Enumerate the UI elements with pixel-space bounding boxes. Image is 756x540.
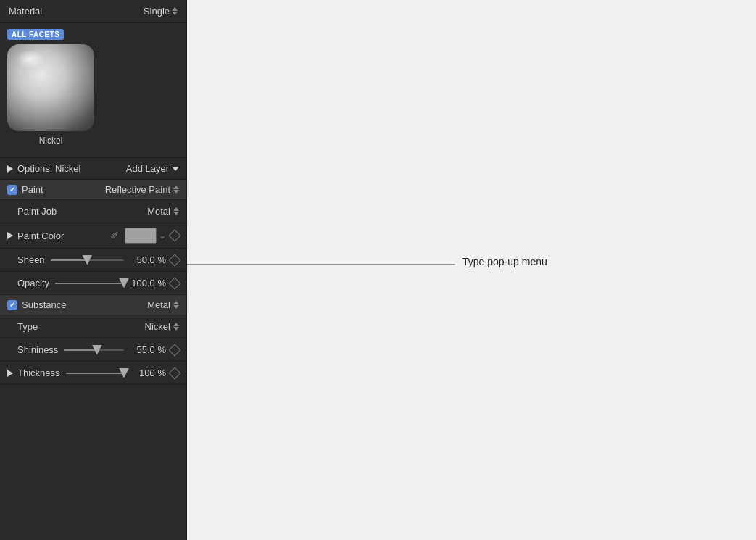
type-label: Type [17, 321, 38, 332]
shininess-slider-fill [64, 349, 96, 351]
thickness-diamond-icon[interactable] [169, 367, 181, 379]
panel-header: Material Single [0, 0, 186, 23]
substance-type[interactable]: Metal [147, 299, 179, 310]
paint-title: Paint [22, 184, 43, 195]
paint-color-swatch[interactable] [125, 228, 157, 244]
material-name: Nickel [39, 136, 63, 146]
substance-type-stepper[interactable] [173, 301, 179, 309]
arrow-up-icon [173, 323, 179, 326]
add-layer-button[interactable]: Add Layer [126, 163, 179, 174]
substance-title: Substance [22, 299, 66, 310]
paint-section-header: Paint Reflective Paint [0, 180, 186, 200]
panel-title: Material [9, 6, 42, 17]
paint-section-left: Paint [7, 184, 43, 195]
shininess-value: 55.0 % [130, 344, 166, 355]
options-label: Options: Nickel [17, 163, 80, 174]
paint-color-label: Paint Color [17, 230, 64, 241]
sheen-label: Sheen [17, 254, 45, 265]
options-left: Options: Nickel [7, 163, 80, 174]
thickness-slider[interactable] [66, 373, 124, 374]
paint-type-value: Reflective Paint [105, 184, 170, 195]
chevron-down-icon [172, 167, 179, 171]
shininess-slider-track[interactable] [64, 349, 124, 351]
thickness-label: Thickness [17, 367, 60, 378]
arrow-down-icon[interactable] [172, 12, 178, 15]
color-chevron-icon[interactable]: ⌄ [159, 230, 166, 241]
arrow-down-icon [173, 305, 179, 309]
left-panel: Material Single ALL FACETS Nickel Option… [0, 0, 187, 540]
arrow-up-icon [173, 301, 179, 304]
arrow-down-icon [173, 212, 179, 215]
paint-job-value[interactable]: Metal [147, 206, 179, 217]
substance-section-left: Substance [7, 299, 66, 310]
opacity-slider-fill [55, 283, 124, 284]
substance-checkbox[interactable] [7, 300, 17, 310]
shininess-row: Shininess 55.0 % [0, 338, 186, 362]
sheen-value: 50.0 % [130, 254, 166, 265]
shininess-diamond-icon[interactable] [169, 344, 181, 356]
annotation-area: Type pop-up menu [187, 225, 756, 540]
type-row: Type Nickel [0, 315, 186, 338]
thickness-row: Thickness 100 % [0, 362, 186, 385]
type-value-control[interactable]: Nickel [145, 321, 179, 332]
shininess-label: Shininess [17, 344, 58, 355]
paint-color-diamond-icon[interactable] [169, 230, 181, 242]
paint-type-stepper[interactable] [173, 186, 179, 194]
shininess-slider[interactable] [64, 349, 124, 351]
sheen-row: Sheen 50.0 % [0, 249, 186, 272]
annotation-svg [187, 225, 756, 540]
type-stepper[interactable] [173, 323, 179, 331]
sheen-slider[interactable] [51, 259, 124, 261]
type-value-text: Nickel [145, 321, 170, 332]
sheen-slider-fill [51, 259, 88, 261]
thickness-slider-fill [66, 373, 124, 374]
paint-color-expand-icon[interactable] [7, 232, 13, 239]
opacity-value: 100.0 % [130, 278, 166, 288]
paint-job-stepper[interactable] [173, 207, 179, 215]
arrow-down-icon [173, 327, 179, 331]
arrow-down-icon [173, 190, 179, 194]
thickness-slider-track[interactable] [66, 373, 124, 374]
all-facets-tab[interactable]: ALL FACETS [7, 29, 64, 40]
options-row: Options: Nickel Add Layer [0, 157, 186, 180]
facets-area: ALL FACETS Nickel [0, 23, 186, 157]
add-layer-label: Add Layer [126, 163, 169, 174]
thickness-value: 100 % [130, 367, 166, 378]
pipette-icon[interactable]: ✐ [110, 230, 119, 241]
paint-type[interactable]: Reflective Paint [105, 184, 179, 195]
paint-job-label: Paint Job [17, 206, 57, 217]
single-label: Single [144, 6, 170, 17]
opacity-slider[interactable] [55, 283, 124, 284]
annotation-text: Type pop-up menu [462, 256, 547, 267]
substance-type-value: Metal [147, 299, 170, 310]
opacity-label: Opacity [17, 278, 49, 288]
arrow-up-icon[interactable] [172, 7, 178, 11]
single-stepper[interactable]: Single [144, 6, 178, 17]
substance-section-header: Substance Metal [0, 295, 186, 315]
sheen-slider-track[interactable] [51, 259, 124, 261]
material-thumbnail[interactable] [7, 44, 94, 131]
facets-content: ALL FACETS Nickel [7, 29, 179, 151]
arrow-up-icon [173, 186, 179, 189]
arrow-up-icon [173, 207, 179, 211]
paint-job-row: Paint Job Metal [0, 200, 186, 223]
right-area: Type pop-up menu [187, 0, 756, 540]
stepper-arrows[interactable] [172, 7, 178, 15]
opacity-diamond-icon[interactable] [169, 277, 181, 289]
paint-job-value-text: Metal [147, 206, 170, 217]
paint-checkbox[interactable] [7, 185, 17, 195]
expand-icon[interactable] [7, 165, 13, 173]
opacity-slider-track[interactable] [55, 283, 124, 284]
opacity-row: Opacity 100.0 % [0, 272, 186, 295]
thickness-expand-icon[interactable] [7, 370, 13, 377]
paint-color-row: Paint Color ✐ ⌄ [0, 223, 186, 249]
sheen-diamond-icon[interactable] [169, 254, 181, 266]
